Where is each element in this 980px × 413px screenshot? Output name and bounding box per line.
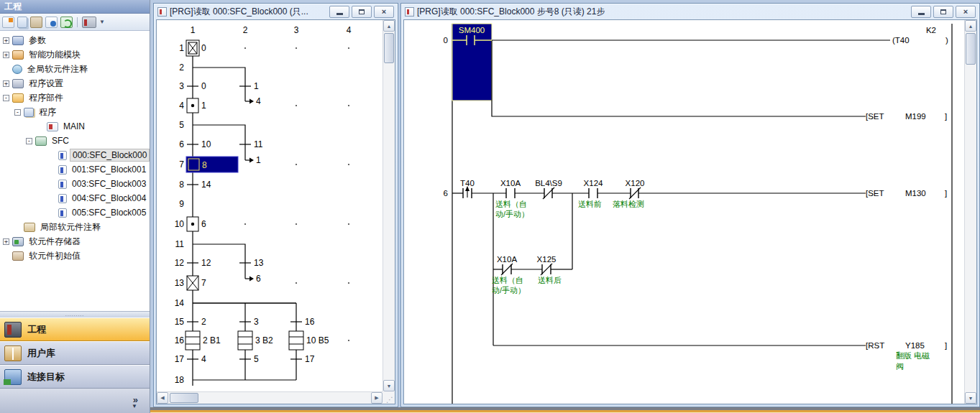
minimize-button[interactable] xyxy=(911,6,931,18)
resize-grip[interactable] xyxy=(383,391,395,404)
ladder-comments: 送料（自 动/手动） 送料前 落料检测 送料（自 动/手动） 送料后 翻版 电磁… xyxy=(492,200,930,371)
sfc-horizontal-scrollbar[interactable]: ◀ ▶ xyxy=(157,391,383,404)
intelligent-module-icon xyxy=(12,50,24,60)
tree-item-program-setting[interactable]: + 程序设置 xyxy=(0,76,150,91)
sfc-block-step-b2[interactable] xyxy=(238,331,252,350)
ladder-editor[interactable]: 0 SM400 K2 (T40 ) [SET M199 ] 6 T40 X10A… xyxy=(403,19,977,404)
sfc-block-icon xyxy=(58,194,67,203)
sfc-block-icon xyxy=(58,151,67,160)
svg-text:10: 10 xyxy=(201,139,211,149)
scroll-thumb[interactable] xyxy=(384,33,394,63)
toolbar-separator xyxy=(77,17,78,27)
sfc-window-icon xyxy=(157,7,167,17)
tree-item-sfc-block005[interactable]: 005:SFC_Block005 xyxy=(0,205,150,220)
panel-splitter[interactable]: ......... xyxy=(0,311,150,317)
svg-text:7: 7 xyxy=(179,159,184,170)
close-button[interactable]: × xyxy=(956,6,976,18)
expand-minus-icon[interactable]: - xyxy=(3,95,9,101)
minimize-icon xyxy=(336,13,343,15)
svg-text:8: 8 xyxy=(202,160,207,170)
nav-bottom-bar: » ▼ xyxy=(0,389,150,413)
property-icon[interactable] xyxy=(45,17,58,28)
tree-item-parameters[interactable]: + 参数 xyxy=(0,33,150,47)
new-item-icon[interactable] xyxy=(2,17,14,28)
minimize-button[interactable] xyxy=(329,6,349,18)
scroll-left-button[interactable]: ◀ xyxy=(157,392,168,404)
status-strip xyxy=(150,407,980,413)
svg-text:7: 7 xyxy=(201,278,206,288)
scroll-right-button[interactable]: ▶ xyxy=(371,392,383,404)
refresh-icon[interactable] xyxy=(60,17,73,28)
sfc-block-step-b1[interactable] xyxy=(186,331,200,350)
sfc-vertical-scrollbar[interactable]: ▲ ▼ xyxy=(383,20,395,391)
svg-text:11: 11 xyxy=(175,239,185,249)
svg-text:8: 8 xyxy=(179,180,184,190)
nav-overflow-caret[interactable]: ▼ xyxy=(132,403,137,409)
paste-icon[interactable] xyxy=(30,17,42,28)
close-button[interactable]: × xyxy=(374,6,394,18)
expand-plus-icon[interactable]: + xyxy=(3,80,9,87)
svg-text:6: 6 xyxy=(179,139,184,149)
svg-text:4: 4 xyxy=(256,96,261,106)
tree-item-sfc-block003[interactable]: 003:SFC_Block003 xyxy=(0,177,150,191)
scroll-down-button[interactable]: ▼ xyxy=(965,392,976,404)
project-panel-title: 工程 xyxy=(0,0,150,14)
restore-button[interactable] xyxy=(352,6,372,18)
sfc-block-step-b5[interactable] xyxy=(289,331,303,350)
sfc-col-header: 3 xyxy=(294,25,299,35)
sfc-col-header: 2 xyxy=(243,25,248,35)
ladder-selection-cursor[interactable] xyxy=(452,24,492,101)
svg-text:16: 16 xyxy=(305,317,315,327)
expand-plus-icon[interactable]: + xyxy=(3,238,9,245)
svg-text:14: 14 xyxy=(175,298,185,308)
expand-minus-icon[interactable]: - xyxy=(14,109,21,116)
ladder-vertical-scrollbar[interactable]: ▲ ▼ xyxy=(964,20,976,404)
comment-y185: 翻版 电磁 xyxy=(896,351,930,360)
svg-text:12: 12 xyxy=(175,258,185,268)
device-initial-icon xyxy=(12,251,24,261)
svg-text:18: 18 xyxy=(175,375,185,385)
nav-project-button[interactable]: 工程 xyxy=(0,317,150,341)
ladder-window-titlebar[interactable]: [PRG]读取 000:SFC_Block000 步号8 (只读) 21步 × xyxy=(401,4,979,19)
svg-text:动/手动）: 动/手动） xyxy=(495,210,529,218)
svg-text:2: 2 xyxy=(179,62,184,73)
tree-item-sfc[interactable]: - SFC xyxy=(0,134,150,148)
tree-item-local-comment[interactable]: 局部软元件注释 xyxy=(0,220,150,234)
tree-item-device-memory[interactable]: + 软元件存储器 xyxy=(0,234,150,249)
nav-connection-button[interactable]: 连接目标 xyxy=(0,365,150,389)
tree-item-sfc-block000[interactable]: 000:SFC_Block000 xyxy=(0,148,150,162)
coil-close: ) xyxy=(945,36,948,45)
scroll-thumb[interactable] xyxy=(966,33,976,65)
scroll-up-button[interactable]: ▲ xyxy=(383,20,395,32)
module-tool-icon[interactable] xyxy=(82,17,96,28)
toolbar-dropdown-caret[interactable]: ▼ xyxy=(99,19,105,25)
expand-plus-icon[interactable]: + xyxy=(3,52,9,58)
scroll-thumb[interactable] xyxy=(170,393,198,403)
device-x120: X120 xyxy=(626,179,645,187)
sfc-window-titlebar[interactable]: [PRG]读取 000:SFC_Block000 (只... × xyxy=(154,4,398,19)
svg-text:1: 1 xyxy=(254,81,259,91)
device-m130: M130 xyxy=(905,189,926,198)
tree-item-intelligent-module[interactable]: + 智能功能模块 xyxy=(0,47,150,62)
svg-text:12: 12 xyxy=(201,258,211,268)
scroll-down-button[interactable]: ▼ xyxy=(383,380,395,391)
tree-item-main[interactable]: MAIN xyxy=(0,119,150,134)
expand-plus-icon[interactable]: + xyxy=(3,37,9,44)
global-comment-icon xyxy=(12,65,22,74)
pou-icon xyxy=(12,93,24,103)
project-nav-icon xyxy=(4,322,22,338)
tree-item-program[interactable]: - 程序 xyxy=(0,105,150,119)
sfc-editor[interactable]: 1 2 3 4 1 2 3 4 5 6 7 8 9 10 11 12 13 14… xyxy=(156,19,395,404)
restore-button[interactable] xyxy=(933,6,953,18)
nav-user-library-button[interactable]: 用户库 xyxy=(0,341,150,365)
tree-item-global-comment[interactable]: 全局软元件注释 xyxy=(0,62,150,76)
svg-text:9: 9 xyxy=(179,199,184,209)
device-sm400: SM400 xyxy=(459,26,485,34)
tree-item-sfc-block001[interactable]: 001:SFC_Block001 xyxy=(0,162,150,177)
tree-item-pou[interactable]: - 程序部件 xyxy=(0,91,150,105)
tree-item-device-initial[interactable]: 软元件初始值 xyxy=(0,249,150,263)
scroll-up-button[interactable]: ▲ xyxy=(965,20,976,32)
tree-item-sfc-block004[interactable]: 004:SFC_Block004 xyxy=(0,191,150,205)
copy-icon[interactable] xyxy=(17,17,27,28)
expand-minus-icon[interactable]: - xyxy=(26,138,32,144)
